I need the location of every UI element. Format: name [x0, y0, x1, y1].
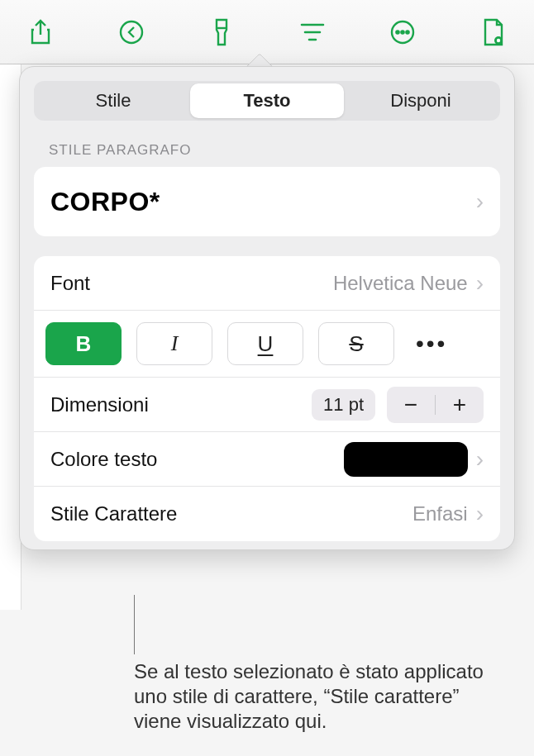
size-label: Dimensioni: [50, 393, 312, 416]
text-color-row[interactable]: Colore testo ›: [34, 432, 500, 487]
character-style-value: Enfasi: [412, 502, 468, 525]
text-color-label: Colore testo: [50, 448, 344, 471]
tab-stile[interactable]: Stile: [36, 83, 190, 118]
tab-disponi[interactable]: Disponi: [344, 83, 498, 118]
tab-testo[interactable]: Testo: [190, 83, 344, 118]
paragraph-style-card: CORPO* ›: [34, 167, 500, 236]
svg-point-0: [121, 21, 142, 43]
character-style-label: Stile Carattere: [50, 502, 412, 525]
svg-point-3: [402, 31, 404, 33]
filter-icon[interactable]: [287, 12, 338, 52]
format-popover: Stile Testo Disponi Stile Paragrafo CORP…: [19, 66, 515, 550]
size-value[interactable]: 11 pt: [312, 389, 375, 421]
text-options-card: Font Helvetica Neue › B I U S ••• Dimens…: [34, 256, 500, 541]
chevron-right-icon: ›: [476, 501, 484, 527]
italic-button[interactable]: I: [136, 322, 212, 365]
font-row[interactable]: Font Helvetica Neue ›: [34, 256, 500, 311]
font-label: Font: [50, 272, 333, 295]
size-increase-button[interactable]: +: [436, 387, 484, 423]
svg-point-4: [407, 31, 409, 33]
app-toolbar: [0, 0, 534, 64]
strikethrough-button[interactable]: S: [318, 322, 394, 365]
chevron-right-icon: ›: [476, 188, 484, 215]
callout-leader-line: [134, 595, 135, 654]
underline-button[interactable]: U: [227, 322, 303, 365]
size-decrease-button[interactable]: −: [387, 387, 435, 423]
paragraph-style-name: CORPO*: [50, 187, 468, 217]
paragraph-style-section-label: Stile Paragrafo: [49, 142, 500, 159]
chevron-right-icon: ›: [476, 446, 484, 473]
svg-point-2: [397, 31, 399, 33]
more-icon[interactable]: [377, 12, 428, 52]
document-view-icon[interactable]: [468, 12, 519, 52]
bold-button[interactable]: B: [45, 322, 122, 365]
paragraph-style-row[interactable]: CORPO* ›: [34, 167, 500, 236]
format-tabs: Stile Testo Disponi: [34, 81, 500, 121]
format-brush-icon[interactable]: [196, 12, 247, 52]
character-style-row[interactable]: Stile Carattere Enfasi ›: [34, 487, 500, 541]
share-icon[interactable]: [15, 12, 66, 52]
font-value: Helvetica Neue: [333, 272, 468, 295]
size-row: Dimensioni 11 pt − +: [34, 378, 500, 432]
callout-text: Se al testo selezionato è stato applicat…: [134, 659, 489, 734]
size-stepper: − +: [387, 387, 484, 423]
chevron-right-icon: ›: [476, 270, 484, 297]
more-text-options-button[interactable]: •••: [409, 330, 454, 357]
undo-icon[interactable]: [106, 12, 157, 52]
text-color-swatch[interactable]: [344, 442, 468, 477]
svg-point-6: [497, 38, 500, 41]
text-style-row: B I U S •••: [34, 311, 500, 378]
